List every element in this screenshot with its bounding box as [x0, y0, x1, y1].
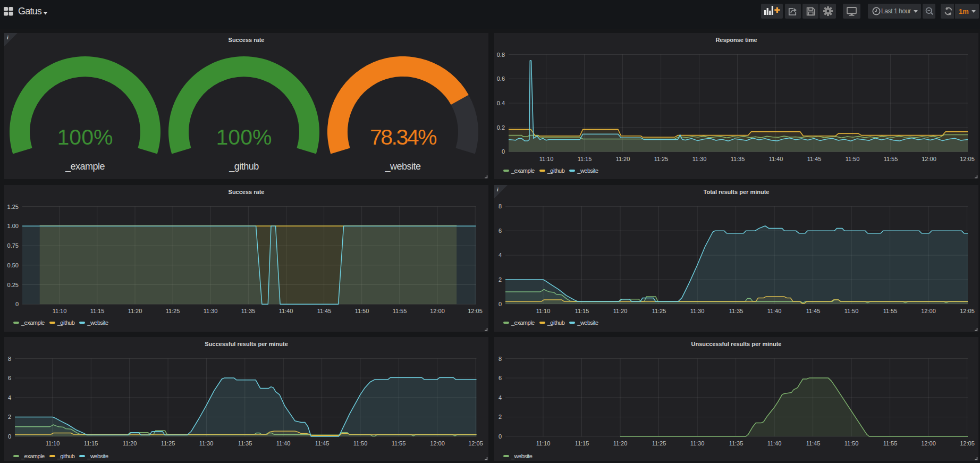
svg-text:100%: 100% [57, 125, 113, 149]
svg-text:_website: _website [384, 161, 421, 172]
svg-text:_example: _example [65, 161, 105, 172]
svg-text:_github: _github [229, 161, 259, 172]
svg-text:100%: 100% [216, 125, 272, 149]
svg-text:78.34%: 78.34% [370, 125, 436, 149]
svg-text:i: i [7, 35, 9, 40]
svg-text:i: i [497, 187, 499, 192]
